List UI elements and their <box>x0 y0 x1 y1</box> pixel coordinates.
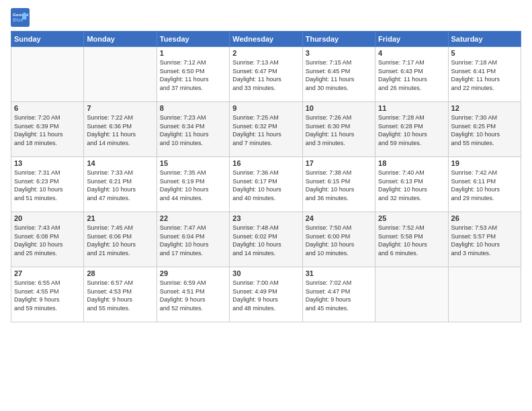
calendar-cell <box>448 267 521 322</box>
day-number: 23 <box>232 214 299 222</box>
day-number: 21 <box>87 214 153 222</box>
calendar-body: 1Sunrise: 7:12 AM Sunset: 6:50 PM Daylig… <box>11 47 521 322</box>
cell-content: Sunrise: 6:55 AM Sunset: 4:55 PM Dayligh… <box>14 279 81 312</box>
cell-content: Sunrise: 7:38 AM Sunset: 6:15 PM Dayligh… <box>306 169 372 202</box>
calendar-cell: 3Sunrise: 7:15 AM Sunset: 6:45 PM Daylig… <box>302 47 375 102</box>
calendar-header: SundayMondayTuesdayWednesdayThursdayFrid… <box>11 32 521 47</box>
day-number: 22 <box>160 214 226 222</box>
calendar-cell: 12Sunrise: 7:30 AM Sunset: 6:25 PM Dayli… <box>448 102 521 157</box>
day-number: 13 <box>14 159 81 167</box>
calendar-cell: 9Sunrise: 7:25 AM Sunset: 6:32 PM Daylig… <box>230 102 302 157</box>
day-number: 27 <box>14 269 81 277</box>
day-header: Tuesday <box>157 32 229 47</box>
day-number: 5 <box>451 49 518 57</box>
day-number: 28 <box>87 269 153 277</box>
day-number: 1 <box>160 49 226 57</box>
cell-content: Sunrise: 7:33 AM Sunset: 6:21 PM Dayligh… <box>87 169 153 202</box>
cell-content: Sunrise: 7:00 AM Sunset: 4:49 PM Dayligh… <box>232 279 299 312</box>
cell-content: Sunrise: 7:12 AM Sunset: 6:50 PM Dayligh… <box>160 58 226 92</box>
calendar-cell: 17Sunrise: 7:38 AM Sunset: 6:15 PM Dayli… <box>302 157 375 212</box>
cell-content: Sunrise: 7:35 AM Sunset: 6:19 PM Dayligh… <box>160 169 226 202</box>
calendar-cell: 26Sunrise: 7:53 AM Sunset: 5:57 PM Dayli… <box>448 212 521 267</box>
day-number: 3 <box>306 49 372 57</box>
cell-content: Sunrise: 7:15 AM Sunset: 6:45 PM Dayligh… <box>306 58 372 92</box>
calendar-cell: 11Sunrise: 7:28 AM Sunset: 6:28 PM Dayli… <box>375 102 448 157</box>
calendar-cell: 28Sunrise: 6:57 AM Sunset: 4:53 PM Dayli… <box>84 267 157 322</box>
cell-content: Sunrise: 7:50 AM Sunset: 6:00 PM Dayligh… <box>306 224 372 257</box>
calendar-cell: 16Sunrise: 7:36 AM Sunset: 6:17 PM Dayli… <box>230 157 302 212</box>
cell-content: Sunrise: 7:02 AM Sunset: 4:47 PM Dayligh… <box>306 279 372 312</box>
cell-content: Sunrise: 7:47 AM Sunset: 6:04 PM Dayligh… <box>160 224 226 257</box>
cell-content: Sunrise: 7:30 AM Sunset: 6:25 PM Dayligh… <box>451 113 518 147</box>
day-number: 26 <box>451 214 518 222</box>
day-header: Wednesday <box>230 32 302 47</box>
calendar-cell: 15Sunrise: 7:35 AM Sunset: 6:19 PM Dayli… <box>157 157 229 212</box>
calendar-cell: 14Sunrise: 7:33 AM Sunset: 6:21 PM Dayli… <box>84 157 157 212</box>
calendar-cell: 24Sunrise: 7:50 AM Sunset: 6:00 PM Dayli… <box>302 212 375 267</box>
day-number: 14 <box>87 159 153 167</box>
day-number: 17 <box>306 159 372 167</box>
day-number: 19 <box>451 159 518 167</box>
cell-content: Sunrise: 7:26 AM Sunset: 6:30 PM Dayligh… <box>306 113 372 147</box>
day-header: Thursday <box>302 32 375 47</box>
calendar-cell: 1Sunrise: 7:12 AM Sunset: 6:50 PM Daylig… <box>157 47 229 102</box>
calendar-cell: 13Sunrise: 7:31 AM Sunset: 6:23 PM Dayli… <box>11 157 84 212</box>
calendar-cell: 2Sunrise: 7:13 AM Sunset: 6:47 PM Daylig… <box>230 47 302 102</box>
calendar-cell: 5Sunrise: 7:18 AM Sunset: 6:41 PM Daylig… <box>448 47 521 102</box>
calendar-cell: 22Sunrise: 7:47 AM Sunset: 6:04 PM Dayli… <box>157 212 229 267</box>
day-number: 2 <box>232 49 299 57</box>
calendar-cell: 10Sunrise: 7:26 AM Sunset: 6:30 PM Dayli… <box>302 102 375 157</box>
svg-text:Blue: Blue <box>13 17 23 22</box>
calendar-cell <box>11 47 84 102</box>
day-header: Saturday <box>448 32 521 47</box>
cell-content: Sunrise: 7:40 AM Sunset: 6:13 PM Dayligh… <box>378 169 445 202</box>
calendar-cell: 20Sunrise: 7:43 AM Sunset: 6:08 PM Dayli… <box>11 212 84 267</box>
day-number: 11 <box>378 104 445 112</box>
calendar-week: 20Sunrise: 7:43 AM Sunset: 6:08 PM Dayli… <box>11 212 521 267</box>
cell-content: Sunrise: 7:52 AM Sunset: 5:58 PM Dayligh… <box>378 224 445 257</box>
logo: General Blue <box>11 8 32 27</box>
day-number: 7 <box>87 104 153 112</box>
day-header: Friday <box>375 32 448 47</box>
cell-content: Sunrise: 7:25 AM Sunset: 6:32 PM Dayligh… <box>232 113 299 147</box>
calendar-cell: 29Sunrise: 6:59 AM Sunset: 4:51 PM Dayli… <box>157 267 229 322</box>
day-number: 12 <box>451 104 518 112</box>
calendar-cell: 23Sunrise: 7:48 AM Sunset: 6:02 PM Dayli… <box>230 212 302 267</box>
calendar-cell: 30Sunrise: 7:00 AM Sunset: 4:49 PM Dayli… <box>230 267 302 322</box>
day-number: 18 <box>378 159 445 167</box>
calendar-cell <box>375 267 448 322</box>
calendar-week: 6Sunrise: 7:20 AM Sunset: 6:39 PM Daylig… <box>11 102 521 157</box>
day-number: 15 <box>160 159 226 167</box>
cell-content: Sunrise: 7:13 AM Sunset: 6:47 PM Dayligh… <box>232 58 299 92</box>
day-number: 25 <box>378 214 445 222</box>
cell-content: Sunrise: 7:28 AM Sunset: 6:28 PM Dayligh… <box>378 113 445 147</box>
day-number: 31 <box>306 269 372 277</box>
day-number: 9 <box>232 104 299 112</box>
calendar-cell: 18Sunrise: 7:40 AM Sunset: 6:13 PM Dayli… <box>375 157 448 212</box>
cell-content: Sunrise: 6:59 AM Sunset: 4:51 PM Dayligh… <box>160 279 226 312</box>
calendar-cell: 27Sunrise: 6:55 AM Sunset: 4:55 PM Dayli… <box>11 267 84 322</box>
day-number: 30 <box>232 269 299 277</box>
calendar-week: 1Sunrise: 7:12 AM Sunset: 6:50 PM Daylig… <box>11 47 521 102</box>
calendar-cell: 4Sunrise: 7:17 AM Sunset: 6:43 PM Daylig… <box>375 47 448 102</box>
calendar-cell: 31Sunrise: 7:02 AM Sunset: 4:47 PM Dayli… <box>302 267 375 322</box>
calendar-cell: 19Sunrise: 7:42 AM Sunset: 6:11 PM Dayli… <box>448 157 521 212</box>
calendar-cell: 7Sunrise: 7:22 AM Sunset: 6:36 PM Daylig… <box>84 102 157 157</box>
cell-content: Sunrise: 7:17 AM Sunset: 6:43 PM Dayligh… <box>378 58 445 92</box>
day-number: 8 <box>160 104 226 112</box>
day-number: 29 <box>160 269 226 277</box>
cell-content: Sunrise: 7:48 AM Sunset: 6:02 PM Dayligh… <box>232 224 299 257</box>
cell-content: Sunrise: 7:42 AM Sunset: 6:11 PM Dayligh… <box>451 169 518 202</box>
cell-content: Sunrise: 7:18 AM Sunset: 6:41 PM Dayligh… <box>451 58 518 92</box>
cell-content: Sunrise: 7:53 AM Sunset: 5:57 PM Dayligh… <box>451 224 518 257</box>
cell-content: Sunrise: 6:57 AM Sunset: 4:53 PM Dayligh… <box>87 279 153 312</box>
calendar-cell: 25Sunrise: 7:52 AM Sunset: 5:58 PM Dayli… <box>375 212 448 267</box>
calendar-cell: 6Sunrise: 7:20 AM Sunset: 6:39 PM Daylig… <box>11 102 84 157</box>
cell-content: Sunrise: 7:22 AM Sunset: 6:36 PM Dayligh… <box>87 113 153 147</box>
calendar-week: 27Sunrise: 6:55 AM Sunset: 4:55 PM Dayli… <box>11 267 521 322</box>
cell-content: Sunrise: 7:31 AM Sunset: 6:23 PM Dayligh… <box>14 169 81 202</box>
day-number: 16 <box>232 159 299 167</box>
cell-content: Sunrise: 7:23 AM Sunset: 6:34 PM Dayligh… <box>160 113 226 147</box>
logo-icon: General Blue <box>11 8 30 27</box>
cell-content: Sunrise: 7:36 AM Sunset: 6:17 PM Dayligh… <box>232 169 299 202</box>
